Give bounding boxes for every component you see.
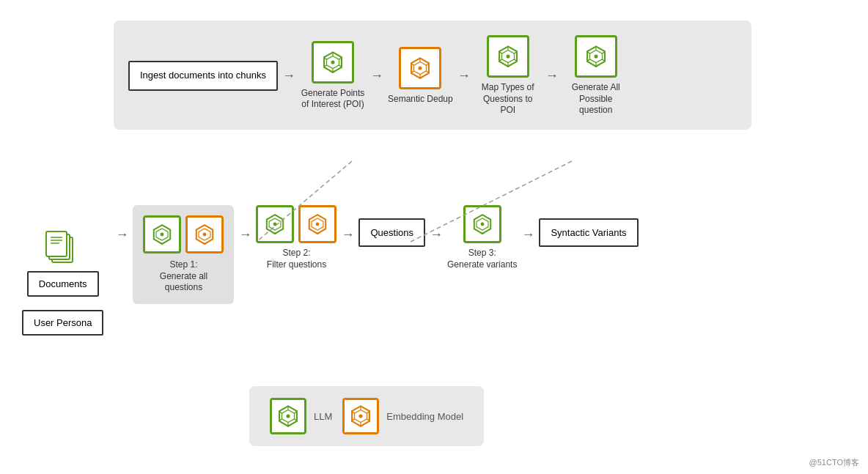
arrow-step3-syn: → xyxy=(521,227,534,242)
step2-label: Step 2:Filter questions xyxy=(267,248,326,270)
bottom-section: Documents User Persona → xyxy=(0,198,868,336)
legend-llm-label: LLM xyxy=(314,411,332,422)
svg-point-38 xyxy=(594,54,597,58)
main-container: Ingest documents into chunks → xyxy=(0,0,868,474)
svg-marker-75 xyxy=(284,425,292,427)
left-inputs: Documents User Persona xyxy=(22,227,103,336)
node-poi: Generate Points of Interest (POI) xyxy=(300,41,366,111)
svg-marker-53 xyxy=(202,242,209,245)
persona-label: User Persona xyxy=(22,310,103,336)
svg-rect-42 xyxy=(46,232,67,256)
step1-icons xyxy=(143,215,224,253)
legend: LLM Embedding Model xyxy=(249,386,484,446)
syntactic-box: Syntactic Variants xyxy=(539,218,638,247)
step2-container: Step 2:Filter questions xyxy=(256,205,336,270)
step1-icon-green xyxy=(143,215,181,253)
svg-marker-85 xyxy=(357,425,364,427)
arrow-2: → xyxy=(370,68,383,84)
genall-label: Generate All Possible question xyxy=(563,82,629,116)
svg-marker-29 xyxy=(504,65,512,67)
icon-dedup xyxy=(399,47,441,89)
legend-llm: LLM xyxy=(270,398,332,434)
svg-point-52 xyxy=(203,233,207,237)
svg-marker-9 xyxy=(329,71,336,73)
svg-marker-65 xyxy=(479,232,486,234)
node-genall: Generate All Possible question xyxy=(563,35,629,116)
step2-icon-green xyxy=(256,205,294,243)
questions-box: Questions xyxy=(358,218,425,247)
node-map: Map Types of Questions to POI xyxy=(475,35,541,116)
map-label: Map Types of Questions to POI xyxy=(475,82,541,116)
svg-point-28 xyxy=(506,54,510,58)
svg-point-56 xyxy=(273,223,277,226)
documents-label: Documents xyxy=(27,271,99,297)
svg-marker-39 xyxy=(592,65,600,67)
dedup-label: Semantic Dedup xyxy=(388,94,453,105)
svg-marker-57 xyxy=(272,232,279,234)
arrow-4: → xyxy=(545,68,559,84)
arrow-step1-2: → xyxy=(238,227,251,242)
svg-point-8 xyxy=(331,60,334,64)
icon-poi xyxy=(312,41,354,84)
svg-point-18 xyxy=(419,66,422,70)
doc-icon xyxy=(45,227,81,268)
svg-marker-61 xyxy=(315,232,322,234)
ingest-label: Ingest documents into chunks xyxy=(140,70,266,81)
watermark: @51CTO博客 xyxy=(809,457,859,468)
svg-point-60 xyxy=(316,223,320,226)
legend-llm-icon xyxy=(270,398,306,434)
arrow-q-step3: → xyxy=(430,227,443,242)
svg-point-84 xyxy=(359,414,363,418)
ingest-box: Ingest documents into chunks xyxy=(128,61,278,91)
step1-label: Step 1:Generate all questions xyxy=(143,259,224,294)
poi-label: Generate Points of Interest (POI) xyxy=(300,88,366,111)
arrow-3: → xyxy=(457,68,471,84)
arrow-step2-q: → xyxy=(341,227,354,242)
node-dedup: Semantic Dedup xyxy=(388,47,453,105)
step3-container: Step 3:Generate variants xyxy=(447,205,517,270)
legend-embedding-label: Embedding Model xyxy=(386,411,463,422)
svg-point-64 xyxy=(480,223,484,226)
step3-icon-green xyxy=(463,205,501,243)
legend-embedding: Embedding Model xyxy=(342,398,463,434)
top-pipeline: Ingest documents into chunks → xyxy=(114,21,751,130)
icon-map xyxy=(487,35,529,78)
icon-genall xyxy=(575,35,617,78)
step1-container: Step 1:Generate all questions xyxy=(133,205,234,304)
svg-marker-19 xyxy=(416,76,424,78)
svg-point-74 xyxy=(286,414,290,418)
step3-label: Step 3:Generate variants xyxy=(447,248,517,270)
step1-icon-orange xyxy=(185,215,224,253)
legend-embedding-icon xyxy=(342,398,379,434)
arrow-1: → xyxy=(282,68,295,84)
step2-icon-orange xyxy=(298,205,336,243)
svg-point-48 xyxy=(161,233,164,237)
arrow-inputs: → xyxy=(115,227,128,242)
svg-marker-49 xyxy=(159,242,166,245)
